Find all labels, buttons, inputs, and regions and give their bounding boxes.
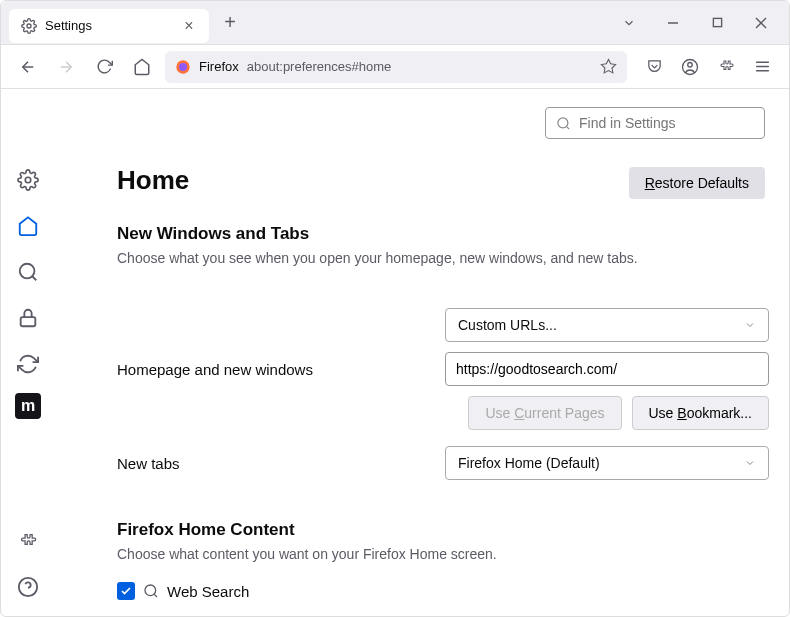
- homepage-label: Homepage and new windows: [117, 361, 427, 378]
- svg-point-23: [145, 585, 156, 596]
- gear-icon: [21, 18, 37, 34]
- svg-point-15: [25, 177, 31, 183]
- section-heading-windows-tabs: New Windows and Tabs: [117, 224, 769, 244]
- svg-line-17: [32, 276, 36, 280]
- section-subtext-windows-tabs: Choose what you see when you open your h…: [117, 250, 769, 266]
- account-icon[interactable]: [675, 52, 705, 82]
- main-panel: Home Restore Defaults New Windows and Ta…: [55, 89, 789, 616]
- use-bookmark-button[interactable]: Use Bookmark...: [632, 396, 770, 430]
- newtabs-select[interactable]: Firefox Home (Default): [445, 446, 769, 480]
- menu-icon[interactable]: [747, 52, 777, 82]
- websearch-checkbox[interactable]: [117, 582, 135, 600]
- svg-point-0: [27, 24, 31, 28]
- firefox-icon: [175, 59, 191, 75]
- newtabs-value: Firefox Home (Default): [458, 455, 600, 471]
- toolbar: Firefox about:preferences#home: [1, 45, 789, 89]
- url-bar[interactable]: Firefox about:preferences#home: [165, 51, 627, 83]
- newtabs-label: New tabs: [117, 455, 427, 472]
- search-icon: [556, 116, 571, 131]
- extensions-icon[interactable]: [711, 52, 741, 82]
- sidebar-item-search[interactable]: [11, 255, 45, 289]
- svg-marker-9: [601, 59, 615, 72]
- svg-line-22: [566, 126, 569, 129]
- homepage-url-input[interactable]: [445, 352, 769, 386]
- close-icon[interactable]: ×: [179, 16, 199, 36]
- urlbar-label: Firefox: [199, 59, 239, 74]
- sidebar-item-extensions[interactable]: [11, 524, 45, 558]
- sidebar-item-general[interactable]: [11, 163, 45, 197]
- pocket-icon[interactable]: [639, 52, 669, 82]
- back-button[interactable]: [13, 52, 43, 82]
- urlbar-text: about:preferences#home: [247, 59, 592, 74]
- section-heading-home-content: Firefox Home Content: [117, 520, 769, 540]
- homepage-mode-value: Custom URLs...: [458, 317, 557, 333]
- chevron-down-icon: [744, 457, 756, 469]
- window-controls: [617, 11, 781, 35]
- restore-defaults-button[interactable]: Restore Defaults: [629, 167, 765, 199]
- home-icon[interactable]: [127, 52, 157, 82]
- sidebar-item-privacy[interactable]: [11, 301, 45, 335]
- browser-tab-settings[interactable]: Settings ×: [9, 9, 209, 43]
- tabs-dropdown-icon[interactable]: [617, 11, 641, 35]
- sidebar: m: [1, 89, 55, 616]
- settings-search-input[interactable]: [579, 115, 754, 131]
- sidebar-item-more[interactable]: m: [15, 393, 41, 419]
- tab-bar: Settings × +: [1, 1, 789, 45]
- maximize-icon[interactable]: [705, 11, 729, 35]
- toolbar-right: [639, 52, 777, 82]
- homepage-mode-select[interactable]: Custom URLs...: [445, 308, 769, 342]
- content-area: m Home Restore Defaults New Windows and …: [1, 89, 789, 616]
- reload-button[interactable]: [89, 52, 119, 82]
- check-icon: [120, 585, 132, 597]
- chevron-down-icon: [744, 319, 756, 331]
- svg-point-16: [20, 264, 35, 279]
- search-icon: [143, 583, 159, 599]
- forward-button[interactable]: [51, 52, 81, 82]
- settings-search[interactable]: [545, 107, 765, 139]
- close-window-icon[interactable]: [749, 11, 773, 35]
- svg-point-8: [179, 63, 187, 71]
- svg-point-21: [558, 117, 568, 127]
- use-current-pages-button[interactable]: Use Current Pages: [468, 396, 621, 430]
- new-tab-button[interactable]: +: [215, 8, 245, 38]
- svg-point-11: [688, 62, 693, 67]
- svg-line-24: [154, 594, 157, 597]
- minimize-icon[interactable]: [661, 11, 685, 35]
- svg-rect-18: [21, 317, 36, 326]
- sidebar-item-help[interactable]: [11, 570, 45, 604]
- sidebar-item-home[interactable]: [11, 209, 45, 243]
- sidebar-item-sync[interactable]: [11, 347, 45, 381]
- svg-rect-2: [713, 18, 721, 26]
- websearch-label: Web Search: [167, 583, 249, 600]
- bookmark-star-icon[interactable]: [600, 58, 617, 75]
- tab-title: Settings: [45, 18, 171, 33]
- section-subtext-home-content: Choose what content you want on your Fir…: [117, 546, 769, 562]
